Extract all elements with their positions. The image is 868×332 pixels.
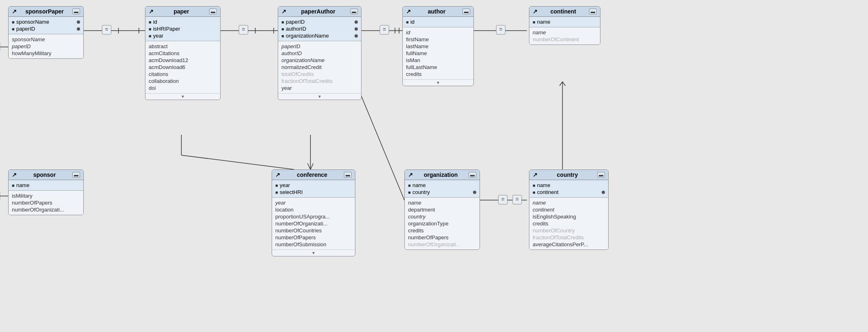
attr-row: totalOfCredits <box>281 71 358 78</box>
fk-indicator <box>355 20 358 24</box>
attr-row: proportionUSAprogra... <box>275 213 352 220</box>
attr-row: numberOfPapers <box>408 234 476 241</box>
entity-paperauthor: ↗ paperAuthor ▬ ■ paperID ■ authorID ■ o… <box>278 6 361 100</box>
entity-country-header: ↗ country ▬ <box>529 170 608 180</box>
attr-row: name <box>408 199 476 206</box>
entity-sponsor-title: sponsor <box>33 172 56 178</box>
attr-row: lastName <box>406 43 470 50</box>
pk-row: ■ paperID <box>12 25 80 32</box>
fk-indicator <box>77 20 80 24</box>
svg-rect-22 <box>496 25 505 34</box>
attr-row: organizationType <box>408 220 476 227</box>
entity-conference-title-icon: ↗ <box>275 172 280 178</box>
er-diagram-canvas: = = = = = = <box>0 0 868 332</box>
pk-icon: ■ <box>533 20 536 25</box>
attr-row: averageCitationsPerP... <box>533 241 605 248</box>
pk-name: paperID <box>16 26 35 32</box>
pk-name: organizationName <box>286 33 329 39</box>
attr-row: collaboration <box>149 78 217 85</box>
entity-conference-pks: ■ year ■ selectHRI <box>272 180 355 198</box>
pk-icon: ■ <box>12 20 15 25</box>
entity-author-title: author <box>428 8 446 15</box>
entity-organization-minimize[interactable]: ▬ <box>469 172 476 178</box>
entity-sponsorpaper-minimize[interactable]: ▬ <box>72 9 80 14</box>
pk-icon: ■ <box>533 190 536 195</box>
attr-row: paperID <box>281 43 358 50</box>
entity-paper: ↗ paper ▬ ■ id ■ isHRIPaper ■ year abstr… <box>145 6 221 100</box>
entity-paper-title-icon: ↗ <box>149 8 154 15</box>
pk-name: isHRIPaper <box>153 26 180 32</box>
entity-sponsor-attrs: isMilitary numberOfPapers numberOfOrgani… <box>9 191 83 215</box>
entity-sponsor: ↗ sponsor ▬ ■ name isMilitary numberOfPa… <box>8 169 84 215</box>
svg-rect-10 <box>239 25 248 34</box>
entity-organization-title-icon: ↗ <box>408 172 413 178</box>
entity-author: ↗ author ▬ ■ id id firstName lastName fu… <box>402 6 474 86</box>
attr-row: numberOfPapers <box>275 234 352 241</box>
pk-name: name <box>413 182 426 188</box>
attr-row: isEnglishSpeaking <box>533 213 605 220</box>
attr-row: credits <box>408 227 476 234</box>
entity-author-minimize[interactable]: ▬ <box>462 9 470 14</box>
entity-sponsor-title-icon: ↗ <box>12 172 17 178</box>
pk-icon: ■ <box>408 183 411 188</box>
attr-row: credits <box>533 220 605 227</box>
svg-text:=: = <box>499 26 502 33</box>
entity-conference-minimize[interactable]: ▬ <box>344 172 352 178</box>
entity-organization-pks: ■ name ■ country <box>405 180 480 198</box>
pk-name: name <box>537 19 551 25</box>
pk-icon: ■ <box>406 20 409 25</box>
entity-country-pks: ■ name ■ continent <box>529 180 608 198</box>
entity-country: ↗ country ▬ ■ name ■ continent name cont… <box>529 169 609 250</box>
entity-conference-title: conference <box>297 172 328 178</box>
entity-paperauthor-title: paperAuthor <box>301 8 335 15</box>
entity-continent-minimize[interactable]: ▬ <box>589 9 597 14</box>
pk-name: selectHRI <box>280 189 303 195</box>
fk-indicator <box>77 27 80 31</box>
entity-paperauthor-title-icon: ↗ <box>281 8 286 15</box>
pk-row: ■ authorID <box>281 25 358 32</box>
entity-sponsorpaper-title: sponsorPaper <box>25 8 64 15</box>
attr-row: numberOfCountry <box>533 227 605 234</box>
entity-author-header: ↗ author ▬ <box>403 7 473 17</box>
attr-row: department <box>408 206 476 213</box>
entity-paper-minimize[interactable]: ▬ <box>209 9 217 14</box>
attr-row: authorID <box>281 50 358 57</box>
attr-row: isMilitary <box>12 192 80 199</box>
pk-row: ■ name <box>533 18 597 25</box>
entity-sponsorpaper-header: ↗ sponsorPaper ▬ <box>9 7 83 17</box>
pk-row: ■ isHRIPaper <box>149 25 217 32</box>
attr-row: location <box>275 206 352 213</box>
pk-icon: ■ <box>12 27 15 31</box>
attr-row: acmCitations <box>149 50 217 57</box>
svg-line-28 <box>355 82 404 200</box>
attr-row: numberOfOrganizati... <box>408 241 476 248</box>
entity-continent: ↗ continent ▬ ■ name name numberOfContin… <box>529 6 600 45</box>
entity-sponsor-header: ↗ sponsor ▬ <box>9 170 83 180</box>
pk-name: name <box>537 182 551 188</box>
pk-name: continent <box>537 189 559 195</box>
entity-paper-header: ↗ paper ▬ <box>145 7 220 17</box>
entity-paperauthor-minimize[interactable]: ▬ <box>350 9 358 14</box>
svg-text:=: = <box>105 26 108 33</box>
entity-paperauthor-pks: ■ paperID ■ authorID ■ organizationName <box>278 17 361 41</box>
entity-paperauthor-header: ↗ paperAuthor ▬ <box>278 7 361 17</box>
entity-country-attrs: name continent isEnglishSpeaking credits… <box>529 198 608 250</box>
pk-icon: ■ <box>149 27 152 31</box>
attr-row: year <box>275 199 352 206</box>
pk-row: ■ id <box>149 18 217 25</box>
svg-rect-30 <box>498 195 507 204</box>
pk-row: ■ year <box>149 32 217 39</box>
entity-organization-header: ↗ organization ▬ <box>405 170 480 180</box>
pk-row: ■ name <box>12 182 80 189</box>
fk-indicator <box>355 27 358 31</box>
pk-icon: ■ <box>533 183 536 188</box>
attr-row: firstName <box>406 36 470 43</box>
entity-country-minimize[interactable]: ▬ <box>597 172 605 178</box>
entity-author-pks: ■ id <box>403 17 473 27</box>
attr-row: isMan <box>406 57 470 64</box>
entity-sponsor-minimize[interactable]: ▬ <box>72 172 80 178</box>
entity-conference-attrs: year location proportionUSAprogra... num… <box>272 198 355 250</box>
pk-icon: ■ <box>281 20 284 25</box>
attr-row: numberOfContinent <box>533 36 597 43</box>
entity-author-attrs: id firstName lastName fullName isMan ful… <box>403 27 473 79</box>
